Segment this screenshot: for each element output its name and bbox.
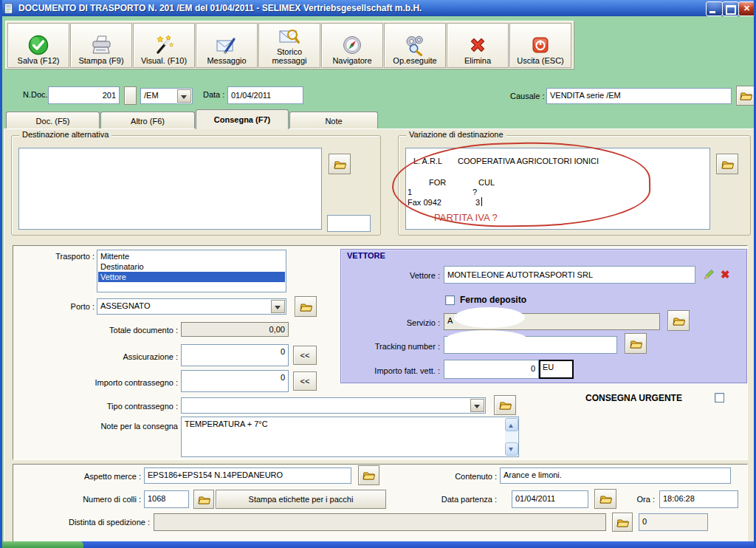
red-circle-annotation — [391, 140, 651, 229]
aspetto-merce-label: Aspetto merce : — [47, 472, 141, 481]
title-bar: DOCUMENTO DI TRASPORTO N. 201 /EM del 01… — [0, 0, 756, 16]
variazione-folder-button[interactable] — [716, 154, 738, 174]
aspetto-merce-folder-button[interactable] — [358, 465, 379, 485]
message-history-icon — [278, 25, 300, 47]
numero-colli-field[interactable]: 1068 — [144, 490, 189, 508]
importo-fatt-vett-field[interactable]: 0 — [444, 360, 539, 379]
toolbar-button-uscita[interactable]: Uscita (ESC) — [509, 23, 571, 68]
assicurazione-back-button[interactable]: << — [293, 346, 317, 365]
data-field[interactable]: 01/04/2011 — [227, 86, 303, 104]
close-button[interactable]: ✕ — [738, 1, 755, 16]
edit-pencil-icon[interactable] — [701, 268, 716, 281]
partita-iva-annotation: PARTITA IVA ? — [434, 212, 498, 223]
tipo-contrassegno-combo[interactable] — [181, 397, 486, 414]
compass-icon — [341, 34, 363, 56]
valuta-field[interactable]: EU — [539, 360, 574, 379]
toolbar-label: Storico messaggi — [264, 47, 315, 67]
toolbar-label: Salva (F12) — [18, 56, 60, 67]
importo-contrassegno-field[interactable]: 0 — [181, 370, 289, 392]
delete-x-icon — [467, 34, 489, 56]
contenuto-label: Contenuto : — [445, 472, 497, 481]
toolbar-button-elimina[interactable]: Elimina — [447, 23, 509, 68]
dest-alternativa-textarea[interactable] — [18, 148, 322, 230]
fermo-deposito-checkbox[interactable] — [445, 295, 455, 305]
dest-alternativa-code-field[interactable] — [327, 215, 371, 232]
chevron-down-icon[interactable] — [470, 399, 484, 412]
toolbar-label: Visual. (F10) — [141, 56, 187, 67]
stampa-etichette-button[interactable]: Stampa etichette per i pacchi — [216, 490, 386, 509]
note-consegna-textarea[interactable]: TEMPERATURA + 7°C — [181, 417, 519, 457]
tipo-contrassegno-label: Tipo contrassegno : — [47, 402, 178, 411]
toolbar-button-salva[interactable]: Salva (F12) — [7, 23, 69, 68]
minimize-button[interactable] — [706, 1, 723, 16]
toolbar-label: Op.eseguite — [393, 56, 436, 67]
window-title: DOCUMENTO DI TRASPORTO N. 201 /EM del 01… — [18, 3, 422, 13]
porto-folder-button[interactable] — [295, 296, 317, 317]
list-item-destinatario[interactable]: Destinatario — [98, 261, 285, 272]
causale-label: Causale : — [510, 92, 544, 100]
vettore-label: Vettore : — [375, 271, 440, 280]
document-icon — [3, 3, 14, 14]
numero-colli-folder-button[interactable] — [193, 490, 214, 509]
assicurazione-label: Assicurazione : — [47, 352, 178, 361]
toolbar-label: Stampa (F9) — [78, 56, 123, 67]
toolbar-button-navigatore[interactable]: Navigatore — [321, 23, 383, 68]
list-item-mittente[interactable]: Mittente — [98, 251, 285, 261]
tab-doc[interactable]: Doc. (F5) — [6, 112, 100, 129]
servizio-folder-button[interactable] — [667, 310, 690, 331]
data-partenza-field[interactable]: 01/04/2011 — [512, 490, 588, 508]
distinta-folder-button[interactable] — [612, 513, 633, 532]
data-partenza-folder-button[interactable] — [594, 489, 616, 509]
folder-icon — [362, 470, 375, 481]
toolbar-button-stampa[interactable]: Stampa (F9) — [70, 23, 132, 68]
tab-consegna[interactable]: Consegna (F7) — [196, 109, 289, 129]
dest-alternativa-folder-button[interactable] — [329, 154, 351, 174]
clear-vettore-x-icon[interactable]: ✖ — [721, 269, 730, 280]
toolbar-button-op-eseguite[interactable]: Op.eseguite — [384, 23, 446, 68]
folder-icon — [300, 301, 312, 312]
distinta-spedizione-field[interactable] — [154, 513, 606, 531]
tab-altro[interactable]: Altro (F6) — [100, 112, 195, 129]
toolbar-button-storico-messaggi[interactable]: Storico messaggi — [258, 23, 320, 68]
toolbar-button-messaggio[interactable]: Messaggio — [196, 23, 258, 68]
tab-note[interactable]: Note — [289, 112, 378, 129]
aspetto-merce-field[interactable]: EPS186+EPS154 N.14PEDANEURO — [144, 467, 351, 484]
chevron-down-icon[interactable] — [177, 89, 191, 103]
vettore-field[interactable]: MONTELEONE AUTOTRASPORTI SRL — [444, 266, 695, 284]
ora-field[interactable]: 18:06:28 — [659, 490, 738, 508]
folder-icon — [499, 400, 512, 411]
scroll-up-icon[interactable] — [505, 418, 518, 431]
consegna-urgente-checkbox[interactable] — [715, 393, 724, 403]
note-consegna-value: TEMPERATURA + 7°C — [185, 419, 268, 428]
contrassegno-back-button[interactable]: << — [293, 371, 317, 391]
serie-combo[interactable]: /EM — [140, 88, 193, 104]
causale-field[interactable]: VENDITA serie /EM — [546, 88, 732, 104]
totale-documento-label: Totale documento : — [47, 326, 178, 335]
scroll-down-icon[interactable] — [505, 442, 518, 456]
folder-icon — [740, 90, 752, 101]
power-exit-icon — [529, 34, 551, 56]
variazione-destinazione-legend: Variazione di destinazione — [406, 130, 506, 139]
porto-combo[interactable]: ASSEGNATO — [97, 298, 286, 315]
maximize-button[interactable] — [722, 1, 739, 16]
magic-wand-icon — [153, 34, 175, 56]
totale-documento-field: 0,00 — [181, 322, 289, 337]
assicurazione-field[interactable]: 0 — [181, 344, 289, 366]
folder-icon — [616, 517, 629, 528]
redaction-blob — [445, 330, 528, 349]
ndoc-aux-button[interactable] — [124, 86, 137, 105]
message-envelope-icon — [216, 34, 238, 56]
note-scrollbar[interactable] — [505, 418, 518, 456]
chevron-down-icon[interactable] — [271, 300, 285, 313]
tracking-folder-button[interactable] — [625, 333, 647, 354]
tipo-contrassegno-folder-button[interactable] — [494, 395, 516, 415]
minimize-icon — [709, 11, 715, 13]
ora-label: Ora : — [627, 495, 655, 504]
toolbar-button-visualizza[interactable]: Visual. (F10) — [133, 23, 195, 68]
ndoc-field[interactable]: 201 — [48, 86, 120, 104]
list-item-vettore-selected[interactable]: Vettore — [98, 272, 285, 282]
causale-folder-button[interactable] — [736, 86, 756, 106]
contenuto-field[interactable]: Arance e limoni. — [500, 467, 731, 484]
taskbar-strip[interactable] — [0, 541, 756, 548]
start-button-edge[interactable] — [0, 541, 83, 548]
